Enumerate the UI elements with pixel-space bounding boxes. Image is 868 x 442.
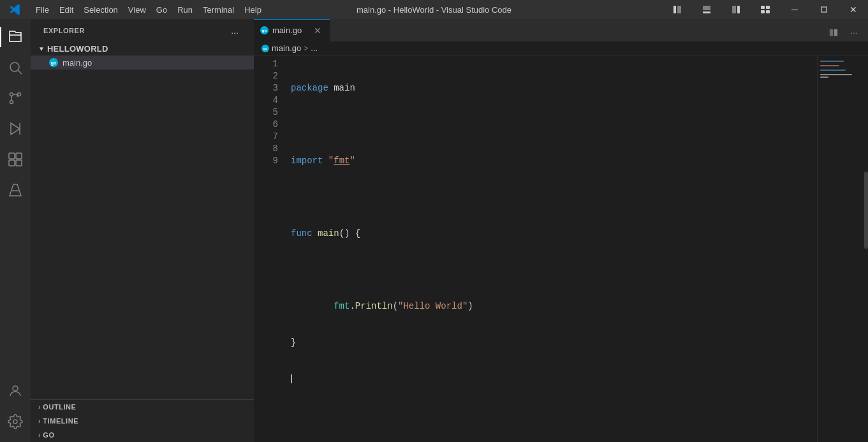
method-println: Println: [355, 300, 393, 313]
activity-extensions[interactable]: [0, 144, 31, 175]
breadcrumb-context-value: ...: [311, 43, 318, 53]
minimap-line-5: [820, 70, 846, 71]
package-name: main: [334, 82, 355, 94]
svg-rect-19: [16, 153, 22, 159]
activity-search[interactable]: [0, 52, 31, 83]
menu-help[interactable]: Help: [239, 0, 267, 19]
svg-rect-0: [673, 6, 676, 13]
menu-run[interactable]: Run: [172, 0, 198, 19]
titlebar-menu: File Edit Selection View Go Run Terminal…: [0, 0, 663, 19]
svg-point-23: [13, 386, 18, 391]
timeline-panel[interactable]: › TIMELINE: [31, 414, 254, 428]
call-close: ): [467, 300, 473, 313]
cursor: [291, 374, 292, 383]
svg-rect-5: [732, 6, 736, 13]
minimap: [817, 55, 868, 442]
new-file-icon[interactable]: [196, 43, 208, 54]
func-name: main: [318, 228, 339, 240]
refresh-icon[interactable]: [222, 43, 233, 54]
scrollbar-thumb[interactable]: [864, 172, 868, 249]
toggle-primary-sidebar-btn[interactable]: [663, 0, 692, 19]
menu-file[interactable]: File: [31, 0, 54, 19]
code-line-3: import "fmt": [291, 155, 817, 167]
go-arrow-icon: ›: [38, 432, 40, 439]
sidebar: Explorer ... ▼ HELLOWORLD: [31, 19, 254, 442]
window-title: main.go - HelloWorld - Visual Studio Cod…: [357, 5, 511, 15]
toggle-secondary-sidebar-btn[interactable]: [721, 0, 751, 19]
sidebar-more-actions[interactable]: ...: [228, 24, 241, 37]
tab-bar-actions: ···: [825, 24, 868, 41]
folder-helloworld[interactable]: ▼ HELLOWORLD: [31, 41, 254, 55]
file-name: main.go: [63, 58, 92, 68]
svg-rect-29: [830, 29, 833, 36]
line-num-4: 4: [254, 94, 278, 107]
breadcrumb: go main.go > ...: [254, 41, 868, 55]
activity-explorer[interactable]: [0, 22, 31, 52]
code-line-7: fmt.Println("Hello World"): [291, 300, 817, 313]
svg-rect-7: [766, 6, 770, 9]
sidebar-title: Explorer: [43, 27, 85, 34]
svg-marker-16: [11, 123, 20, 135]
outline-panel[interactable]: › OUTLINE: [31, 400, 254, 414]
menu-edit[interactable]: Edit: [54, 0, 78, 19]
pkg-fmt: fmt: [334, 300, 349, 313]
code-line-6: [291, 264, 817, 276]
new-folder-icon[interactable]: [209, 43, 221, 54]
line-num-6: 6: [254, 119, 278, 131]
activity-run-debug[interactable]: [0, 114, 31, 144]
line-num-3: 3: [254, 82, 278, 94]
window-controls: ─ ✕: [663, 0, 868, 19]
activity-source-control[interactable]: [0, 83, 31, 114]
collapse-all-icon[interactable]: [235, 43, 246, 54]
tab-name: main.go: [272, 26, 302, 35]
svg-rect-3: [703, 11, 710, 13]
menu-terminal[interactable]: Terminal: [198, 0, 239, 19]
breadcrumb-file[interactable]: go main.go: [261, 43, 301, 53]
code-line-8: }: [291, 337, 817, 349]
sidebar-header: Explorer ...: [31, 19, 254, 41]
line-num-7: 7: [254, 131, 278, 143]
minimize-btn[interactable]: ─: [780, 0, 809, 19]
svg-rect-10: [821, 7, 827, 12]
timeline-arrow-icon: ›: [38, 418, 40, 425]
code-line-1: package main: [291, 82, 817, 94]
toggle-panel-btn[interactable]: [692, 0, 721, 19]
call-open: (: [393, 300, 398, 313]
vscode-logo: [0, 4, 31, 15]
folder-name: HELLOWORLD: [47, 44, 108, 54]
minimap-line-1: [820, 61, 844, 62]
svg-rect-4: [737, 6, 740, 13]
menu-view[interactable]: View: [123, 0, 151, 19]
tab-main-go[interactable]: go main.go ✕: [254, 19, 330, 41]
minimap-content: [820, 61, 863, 78]
close-btn[interactable]: ✕: [839, 0, 868, 19]
breadcrumb-filename: main.go: [272, 43, 301, 53]
tab-close-btn[interactable]: ✕: [312, 25, 323, 36]
line-num-5: 5: [254, 107, 278, 119]
go-logo: go: [49, 58, 58, 67]
menu-go[interactable]: Go: [151, 0, 172, 19]
activity-test[interactable]: [0, 175, 31, 205]
svg-rect-9: [766, 10, 770, 13]
split-editor-btn[interactable]: [825, 24, 842, 41]
file-main-go[interactable]: go main.go: [31, 55, 254, 70]
customize-layout-btn[interactable]: [751, 0, 780, 19]
line-numbers: 1 2 3 4 5 6 7 8 9: [254, 55, 286, 442]
maximize-btn[interactable]: [809, 0, 839, 19]
func-parens: () {: [339, 228, 361, 240]
code-line-5: func main() {: [291, 228, 817, 240]
menu-selection[interactable]: Selection: [78, 0, 122, 19]
activity-accounts[interactable]: [0, 376, 31, 406]
code-editor[interactable]: 1 2 3 4 5 6 7 8 9 package main import "f…: [254, 55, 868, 442]
svg-point-24: [13, 420, 17, 424]
timeline-label: TIMELINE: [43, 417, 78, 425]
svg-rect-6: [761, 6, 765, 9]
svg-point-11: [10, 63, 19, 71]
more-actions-btn[interactable]: ···: [845, 24, 863, 41]
scrollbar-track[interactable]: [864, 55, 868, 442]
titlebar: File Edit Selection View Go Run Terminal…: [0, 0, 868, 19]
breadcrumb-context[interactable]: ...: [311, 43, 318, 53]
go-panel[interactable]: › GO: [31, 428, 254, 442]
code-content[interactable]: package main import "fmt" func main() { …: [286, 55, 817, 442]
activity-settings[interactable]: [0, 406, 31, 437]
